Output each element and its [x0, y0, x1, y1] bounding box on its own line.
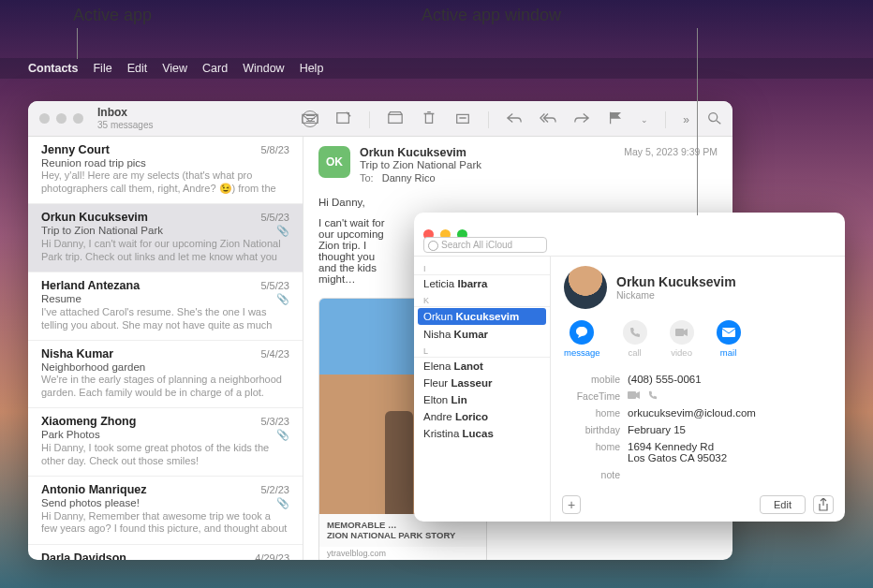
trash-icon[interactable] [421, 110, 437, 128]
toolbar-separator [665, 111, 666, 128]
mail-preview: Hi Danny, I can't wait for our upcoming … [41, 238, 289, 264]
mail-list-item[interactable]: Jenny Court5/8/23Reunion road trip picsH… [28, 137, 303, 204]
zoom-dot[interactable] [73, 113, 83, 124]
mail-list-item[interactable]: Orkun Kucuksevim5/5/23Trip to Zion Natio… [28, 204, 303, 272]
mail-message-list[interactable]: Jenny Court5/8/23Reunion road trip picsH… [28, 137, 303, 560]
svg-rect-0 [337, 113, 349, 124]
action-call[interactable]: call [623, 320, 647, 358]
mail-toolbar: ⌄ » [302, 110, 723, 128]
action-video[interactable]: video [670, 320, 694, 358]
contacts-list-item[interactable]: Leticia Ibarra [414, 275, 550, 292]
inbox-title: Inbox [97, 107, 153, 119]
addr-line1: 1694 Kennedy Rd [628, 441, 714, 452]
mail-preview: Hey, y'all! Here are my selects (that's … [41, 169, 289, 196]
mail-sender: Jenny Court [41, 143, 110, 156]
field-value-home-addr[interactable]: 1694 Kennedy Rd Los Gatos CA 95032 [628, 441, 832, 463]
action-message-label: message [564, 347, 600, 358]
mail-sender: Herland Antezana [41, 279, 140, 292]
flag-chevron-icon[interactable]: ⌄ [641, 115, 648, 125]
contacts-list-item[interactable]: Elton Lin [414, 391, 550, 408]
facetime-audio-icon[interactable] [648, 390, 658, 400]
svg-rect-5 [722, 328, 735, 337]
contacts-window: Search All iCloud ILeticia IbarraKOrkun … [414, 213, 845, 522]
toolbar-overflow-icon[interactable]: » [683, 113, 689, 126]
compose-new-icon[interactable] [335, 110, 352, 128]
toolbar-separator [488, 111, 489, 128]
menubar-app-name[interactable]: Contacts [28, 62, 78, 75]
mail-list-item[interactable]: Nisha Kumar5/4/23Neighborhood gardenWe'r… [28, 341, 303, 408]
add-field-button[interactable]: + [562, 495, 581, 514]
mail-traffic-lights[interactable] [39, 113, 83, 124]
mail-sender: Xiaomeng Zhong [41, 415, 136, 428]
mail-subject: Neighborhood garden [41, 361, 145, 373]
junk-icon[interactable] [454, 110, 471, 128]
action-mail[interactable]: mail [717, 320, 741, 358]
contacts-titlebar[interactable]: Search All iCloud [414, 213, 845, 256]
svg-point-3 [709, 113, 718, 122]
facetime-icons[interactable] [628, 390, 832, 402]
flag-icon[interactable] [607, 110, 624, 128]
contacts-list-item[interactable]: Fleur Lasseur [414, 375, 550, 391]
mail-preview: We're in the early stages of planning a … [41, 374, 289, 400]
contacts-sidebar-list[interactable]: ILeticia IbarraKOrkun KucuksevimNisha Ku… [414, 257, 551, 522]
mail-date: 5/3/23 [260, 416, 289, 427]
addr-line2: Los Gatos CA 95032 [628, 452, 727, 463]
menubar-item-file[interactable]: File [93, 62, 111, 75]
callout-line [77, 28, 78, 59]
message-datetime: May 5, 2023 9:39 PM [624, 146, 718, 159]
mail-title-block: Inbox 35 messages [97, 107, 153, 129]
menubar-item-view[interactable]: View [162, 62, 187, 75]
toolbar-separator [369, 111, 370, 128]
field-value-mobile[interactable]: (408) 555-0061 [628, 374, 832, 385]
menubar-item-card[interactable]: Card [202, 62, 228, 75]
contacts-list-item[interactable]: Nisha Kumar [414, 326, 550, 343]
menubar-item-window[interactable]: Window [243, 62, 284, 75]
mail-list-item[interactable]: Antonio Manriquez5/2/23Send photos pleas… [28, 477, 303, 545]
contacts-search-input[interactable]: Search All iCloud [423, 237, 547, 253]
contacts-list-item[interactable]: Andre Lorico [414, 408, 550, 425]
action-message[interactable]: message [564, 320, 600, 358]
field-value-home-email[interactable]: orkucuksevim@icloud.com [628, 407, 832, 419]
action-video-label: video [671, 347, 692, 358]
mail-date: 5/4/23 [260, 348, 289, 360]
field-label-birthday: birthday [564, 424, 628, 435]
menubar-item-edit[interactable]: Edit [127, 62, 148, 75]
archive-icon[interactable] [387, 110, 404, 128]
edit-button[interactable]: Edit [760, 495, 806, 514]
field-value-birthday: February 15 [628, 424, 832, 435]
reply-icon[interactable] [506, 110, 523, 128]
contacts-section-header: I [414, 260, 550, 275]
mail-list-item[interactable]: Xiaomeng Zhong5/3/23Park Photos📎Hi Danny… [28, 408, 303, 477]
minimize-dot[interactable] [56, 113, 67, 124]
share-button[interactable] [813, 495, 834, 514]
mail-list-item[interactable]: Herland Antezana5/5/23Resume📎I've attach… [28, 272, 303, 341]
field-value-note[interactable] [628, 469, 832, 480]
search-icon[interactable] [706, 110, 723, 128]
reply-all-icon[interactable] [540, 110, 556, 128]
mail-date: 4/29/23 [255, 552, 289, 561]
menubar-item-help[interactable]: Help [300, 62, 324, 75]
contacts-list-item[interactable]: Kristina Lucas [414, 425, 550, 442]
contacts-list-item[interactable]: Orkun Kucuksevim [418, 308, 546, 325]
mail-sender: Nisha Kumar [41, 347, 113, 360]
contacts-list-item[interactable]: Elena Lanot [414, 358, 550, 375]
field-label-mobile: mobile [564, 374, 628, 385]
link-preview-title-1: MEMORABLE … [327, 520, 396, 530]
contact-detail-pane: Orkun Kucuksevim Nickame message call vi… [551, 257, 845, 522]
message-from: Orkun Kucuksevim [360, 146, 466, 159]
system-menu-bar: Contacts File Edit View Card Window Help [0, 58, 873, 79]
attachment-icon: 📎 [276, 497, 289, 509]
phone-icon [623, 320, 647, 345]
inbox-subtitle: 35 messages [97, 120, 153, 130]
facetime-video-icon[interactable] [628, 390, 641, 400]
mail-list-item[interactable]: Darla Davidson4/29/23The best vacationRe… [28, 545, 303, 561]
forward-icon[interactable] [573, 110, 590, 128]
message-icon [570, 320, 594, 345]
mail-preview: Hi Danny, I took some great photos of th… [41, 442, 289, 468]
close-dot[interactable] [39, 113, 50, 124]
callout-active-window: Active app window [422, 6, 561, 25]
mail-titlebar[interactable]: Inbox 35 messages ⌄ » [28, 101, 732, 137]
mail-sender: Orkun Kucuksevim [41, 211, 148, 224]
share-icon [818, 498, 829, 511]
compose-reply-icon[interactable] [302, 110, 318, 128]
